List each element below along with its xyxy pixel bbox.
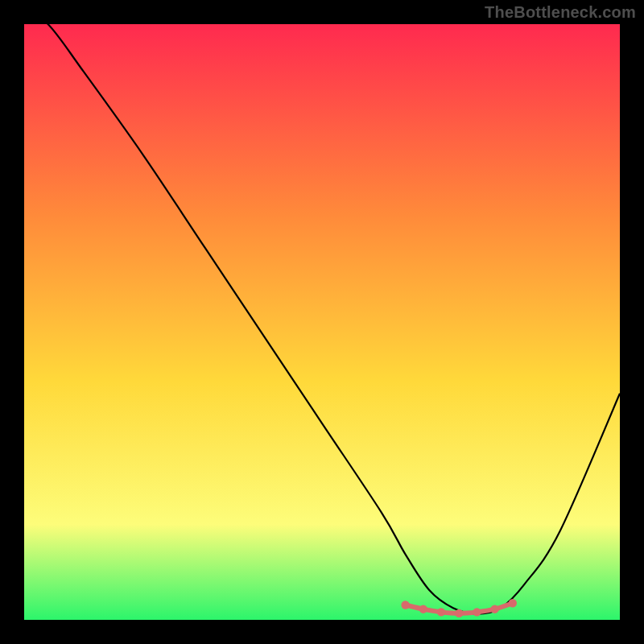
watermark-text: TheBottleneck.com (485, 3, 636, 22)
bottleneck-chart (0, 0, 644, 644)
marker-dot (419, 605, 427, 613)
marker-dot (490, 605, 498, 613)
marker-dot (401, 601, 409, 609)
marker-dot (473, 608, 481, 616)
marker-dot (455, 609, 463, 617)
marker-dot (437, 608, 445, 616)
chart-frame: TheBottleneck.com (0, 0, 644, 644)
marker-dot (509, 599, 517, 607)
